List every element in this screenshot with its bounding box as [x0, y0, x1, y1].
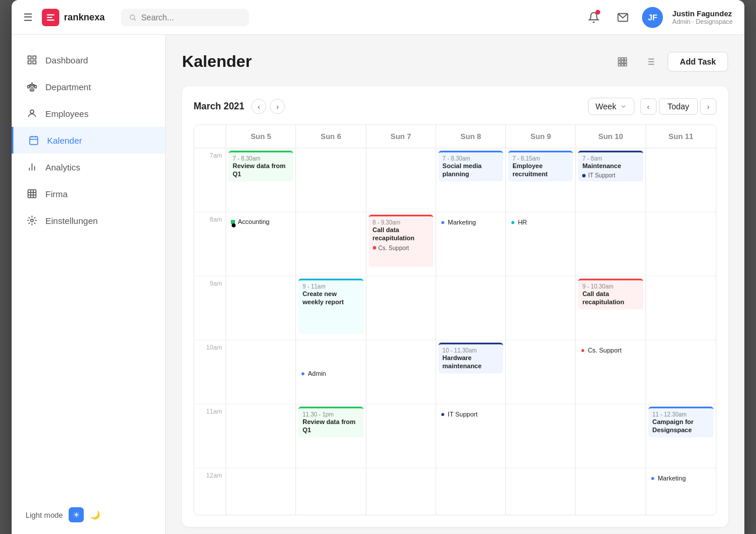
light-mode-label: Light mode	[26, 511, 63, 519]
cell-sun7-8am: 8 - 9.30am Call data recapitulation Cs. …	[366, 212, 436, 276]
add-task-button[interactable]: Add Task	[668, 52, 728, 72]
light-mode-icon[interactable]: ☀	[69, 507, 84, 522]
user-name: Justin Fagundez	[672, 9, 733, 18]
svg-rect-12	[28, 86, 30, 88]
event-time: 7 - 8.30am	[443, 155, 499, 162]
main-layout: Dashboard Department Employees Kalender	[12, 35, 744, 534]
cell-sun10-9am: 9 - 10.30am Call data recapitulation	[576, 276, 646, 340]
sidebar-item-employees[interactable]: Employees	[12, 100, 165, 127]
grid-view-button[interactable]	[612, 51, 633, 72]
sidebar-item-kalender[interactable]: Kalender	[12, 127, 165, 154]
cell-sun9-11am	[506, 404, 576, 468]
sidebar-item-dashboard[interactable]: Dashboard	[12, 47, 165, 73]
event-review-q1[interactable]: 7 - 8.30am Review data from Q1	[229, 151, 293, 181]
cell-sun8-12am	[436, 468, 506, 515]
event-hr[interactable]: ● HR	[508, 215, 573, 230]
event-tag-it: IT Support	[582, 172, 639, 179]
list-view-button[interactable]	[640, 51, 661, 72]
header-actions: Add Task	[612, 51, 728, 72]
event-hardware-maintenance[interactable]: 10 - 11.30am Hardware maintenance	[438, 343, 503, 373]
page-header: Kalender Add Task	[182, 51, 728, 72]
event-cs-support[interactable]: ● Cs. Support	[578, 343, 643, 358]
cell-sun10-11am	[576, 404, 646, 468]
mail-button[interactable]	[613, 8, 633, 27]
event-call-data-sun7[interactable]: 8 - 9.30am Call data recapitulation Cs. …	[369, 215, 433, 267]
day-header-0: Sun 5	[226, 125, 296, 148]
event-campaign[interactable]: 11 - 12.30am Campaign for Designspace	[648, 407, 714, 437]
prev-week-button[interactable]: ‹	[640, 98, 657, 115]
employees-icon	[26, 107, 38, 120]
sidebar-item-analytics[interactable]: Analytics	[12, 154, 165, 180]
prev-month-button[interactable]: ‹	[251, 99, 266, 114]
svg-rect-4	[33, 56, 36, 59]
cell-sun6-10am: ● Admin	[296, 340, 366, 404]
cell-sun11-11am: 11 - 12.30am Campaign for Designspace	[646, 404, 716, 468]
menu-icon[interactable]: ☰	[23, 11, 33, 24]
dark-mode-icon[interactable]: 🌙	[87, 507, 102, 522]
department-icon	[26, 80, 38, 93]
sidebar-item-firma[interactable]: Firma	[12, 180, 165, 207]
event-time: 7 - 8.30am	[233, 155, 289, 162]
cell-sun7-7am	[366, 148, 436, 212]
topbar: ☰ ranknexa JF Justin Fagundez Admin · De…	[12, 0, 744, 35]
event-time: 11.30 - 1pm	[302, 411, 359, 418]
analytics-icon	[26, 161, 38, 173]
search-bar[interactable]	[121, 9, 249, 26]
event-review-q1-sun6[interactable]: 11.30 - 1pm Review data from Q1	[298, 407, 363, 437]
event-dot	[582, 174, 586, 177]
view-mode-select[interactable]: Week	[588, 98, 634, 115]
event-title: Create new weekly report	[302, 290, 359, 307]
svg-rect-31	[625, 58, 627, 60]
calendar-right-controls: Week ‹ Today ›	[588, 98, 716, 115]
event-tag-label: Cs. Support	[588, 347, 622, 354]
svg-rect-37	[625, 64, 627, 66]
day-header-6: Sun 11	[646, 125, 716, 148]
time-label-12am: 12am	[194, 468, 226, 515]
next-month-button[interactable]: ›	[270, 99, 285, 114]
event-dot: ●	[441, 410, 445, 418]
cell-sun6-8am	[296, 212, 366, 276]
next-week-button[interactable]: ›	[700, 98, 716, 115]
event-maintenance[interactable]: 7 - 8am Maintenance IT Support	[578, 151, 643, 181]
cell-sun5-7am: 7 - 8.30am Review data from Q1	[226, 148, 296, 212]
theme-toggle[interactable]: ☀ 🌙	[69, 507, 102, 522]
logo: ranknexa	[42, 9, 105, 26]
event-accounting[interactable]: ● Accounting	[229, 215, 293, 229]
notifications-button[interactable]	[584, 8, 604, 27]
event-title: Call data recapitulation	[373, 226, 429, 243]
event-tag-label: Admin	[308, 370, 326, 377]
event-tag-label: HR	[518, 219, 527, 226]
cell-sun8-10am: 10 - 11.30am Hardware maintenance	[436, 340, 506, 404]
sidebar-item-department[interactable]: Department	[12, 73, 165, 100]
svg-rect-5	[28, 61, 31, 64]
cell-sun5-12am	[226, 468, 296, 515]
event-call-data-sun10[interactable]: 9 - 10.30am Call data recapitulation	[578, 279, 643, 309]
event-dot: ●	[651, 474, 655, 482]
event-dot: ●	[231, 220, 235, 224]
app-window: ☰ ranknexa JF Justin Fagundez Admin · De…	[12, 0, 744, 534]
event-marketing[interactable]: ● Marketing	[438, 215, 503, 230]
time-label-10am: 10am	[194, 340, 226, 404]
cell-sun6-11am: 11.30 - 1pm Review data from Q1	[296, 404, 366, 468]
event-marketing-sun11[interactable]: ● Marketing	[648, 471, 714, 486]
notification-badge	[595, 10, 600, 15]
sidebar-item-einstellungen[interactable]: Einstellungen	[12, 207, 165, 234]
time-label-8am: 8am	[194, 212, 226, 276]
event-employee-recruitment[interactable]: 7 - 8.15am Employee recruitment	[508, 151, 573, 181]
logo-text: ranknexa	[64, 12, 105, 23]
svg-point-28	[31, 219, 34, 222]
search-input[interactable]	[141, 13, 241, 22]
event-it-support[interactable]: ● IT Support	[438, 407, 503, 422]
event-admin[interactable]: ● Admin	[298, 366, 363, 381]
sidebar-label-department: Department	[45, 82, 91, 92]
event-weekly-report[interactable]: 9 - 11am Create new weekly report	[298, 279, 363, 334]
today-button[interactable]: Today	[659, 98, 698, 115]
svg-rect-30	[622, 58, 624, 60]
event-title: Review data from Q1	[302, 418, 359, 435]
event-social-media[interactable]: 7 - 8.30am Social media planning	[438, 151, 503, 181]
cell-sun9-9am	[506, 276, 576, 340]
svg-rect-32	[618, 61, 621, 63]
event-dot: ●	[301, 369, 305, 378]
event-tag-cs: Cs. Support	[373, 245, 429, 251]
svg-rect-34	[625, 61, 627, 63]
